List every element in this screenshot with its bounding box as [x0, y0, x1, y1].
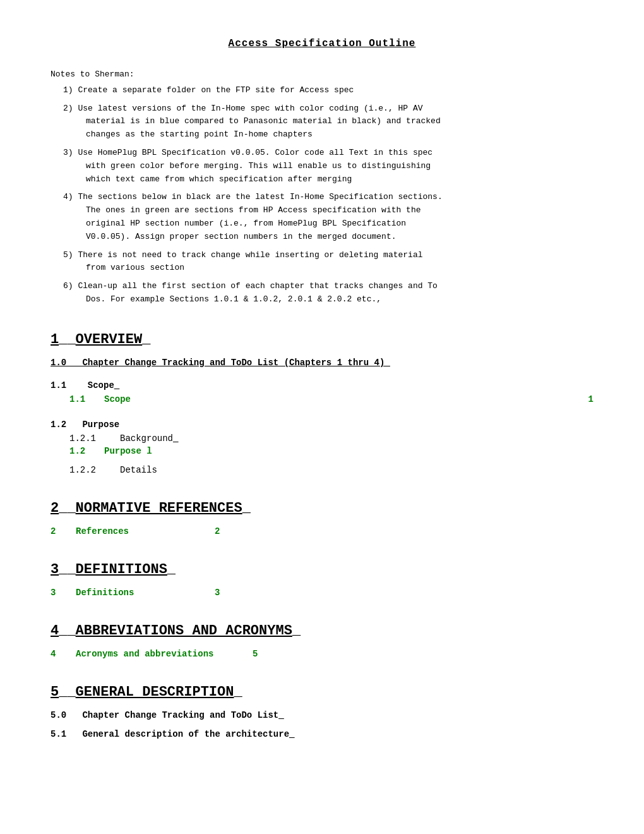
note-continuation-4b: original HP section number (i.e., from H…: [86, 217, 593, 231]
section-3-trail: _: [167, 562, 176, 577]
note-number-2: 2): [63, 104, 73, 113]
section-2-heading: 2__NORMATIVE REFERENCES_: [51, 500, 593, 516]
note-item-2: 2) Use latest versions of the In-Home sp…: [63, 102, 593, 142]
note-item-1: 1) Create a separate folder on the FTP s…: [63, 84, 593, 97]
notes-section: Notes to Sherman: 1) Create a separate f…: [51, 68, 593, 306]
subsection-1-2: 1.2 Purpose: [51, 420, 593, 430]
section-2-number: 2: [51, 500, 59, 516]
section-1-underbar: __: [59, 332, 75, 348]
section-4-number: 4: [51, 623, 59, 639]
toc-3-num: 3: [51, 588, 76, 598]
toc-1-1-label: Scope: [104, 394, 582, 404]
toc-3: 3 Definitions 3: [51, 588, 593, 598]
toc-2: 2 References 2: [51, 526, 593, 536]
toc-1-1-num: 1.1: [69, 394, 104, 404]
toc-1-2-green-label: Purpose l: [104, 446, 593, 456]
toc-2-label: References: [76, 526, 215, 536]
section-5-number: 5: [51, 684, 59, 700]
subsection-1-1: 1.1 Scope_: [51, 380, 593, 390]
section-5-underbar: __: [59, 684, 75, 700]
section-1-trail: _: [142, 332, 150, 348]
toc-1-2-green: 1.2 Purpose l: [69, 446, 593, 456]
note-text-1: Create a separate folder on the FTP site…: [78, 85, 354, 95]
note-text-3: Use HomePlug BPL Specification v0.0.05. …: [78, 148, 432, 157]
note-number-3: 3): [63, 148, 73, 157]
section-4-label: ABBREVIATIONS AND ACRONYMS: [76, 623, 292, 639]
section-1: 1__OVERVIEW_ 1.0 Chapter Change Tracking…: [51, 332, 593, 475]
toc-1-2-2-label: Details: [120, 465, 593, 475]
notes-header: Notes to Sherman:: [51, 68, 593, 82]
subsection-1-0: 1.0 Chapter Change Tracking and ToDo Lis…: [51, 358, 593, 368]
section-5-trail: _: [234, 684, 242, 700]
section-2-trail: _: [242, 500, 251, 516]
note-continuation-5a: from various section: [86, 262, 593, 275]
note-continuation-4c: V0.0.05). Assign proper section numbers …: [86, 231, 593, 244]
toc-1-2-green-num: 1.2: [69, 446, 104, 456]
section-1-label: OVERVIEW: [76, 332, 143, 348]
toc-1-2-2: 1.2.2 Details: [69, 465, 593, 475]
toc-1-1: 1.1 Scope 1: [69, 394, 593, 404]
toc-2-page: 2: [215, 526, 220, 536]
toc-1-2-1-num: 1.2.1: [69, 433, 120, 444]
toc-3-page: 3: [215, 588, 220, 598]
toc-1-1-page: 1: [588, 394, 593, 404]
section-3-label: DEFINITIONS: [76, 562, 167, 577]
note-continuation-6a: Dos. For example Sections 1.0.1 & 1.0.2,…: [86, 293, 593, 306]
toc-1-2-1: 1.2.1 Background_: [69, 433, 593, 444]
section-3-number: 3: [51, 562, 59, 577]
section-1-heading: 1__OVERVIEW_: [51, 332, 593, 348]
toc-4-label: Acronyms and abbreviations: [76, 649, 253, 659]
note-item-3: 3) Use HomePlug BPL Specification v0.0.0…: [63, 147, 593, 186]
section-3-heading: 3__DEFINITIONS_: [51, 562, 593, 577]
section-5: 5__GENERAL DESCRIPTION_ 5.0 Chapter Chan…: [51, 684, 593, 739]
toc-4: 4 Acronyms and abbreviations 5: [51, 649, 593, 659]
subsection-5-1: 5.1 General description of the architect…: [51, 729, 593, 739]
note-continuation-2b: changes as the starting point In-home ch…: [86, 128, 593, 142]
section-2-underbar: __: [59, 500, 75, 516]
toc-2-num: 2: [51, 526, 76, 536]
toc-4-page: 5: [253, 649, 258, 659]
toc-1-2-2-num: 1.2.2: [69, 465, 120, 475]
note-number-6: 6): [63, 281, 73, 291]
section-4-trail: _: [292, 623, 301, 639]
section-4-underbar: __: [59, 623, 75, 639]
note-number-4: 4): [63, 192, 73, 202]
section-2: 2__NORMATIVE REFERENCES_ 2 References 2: [51, 500, 593, 536]
note-number-5: 5): [63, 250, 73, 260]
subsection-5-0: 5.0 Chapter Change Tracking and ToDo Lis…: [51, 710, 593, 720]
note-item-6: 6) Clean-up all the first section of eac…: [63, 280, 593, 306]
section-3-underbar: __: [59, 562, 75, 577]
page-title: Access Specification Outline: [51, 38, 593, 49]
note-text-5: There is not need to track change while …: [78, 250, 422, 260]
note-continuation-4a: The ones in green are sections from HP A…: [86, 204, 593, 217]
section-5-label: GENERAL DESCRIPTION: [76, 684, 234, 700]
section-1-number: 1: [51, 332, 59, 348]
note-item-4: 4) The sections below in black are the l…: [63, 191, 593, 243]
section-2-label: NORMATIVE REFERENCES: [76, 500, 242, 516]
toc-4-num: 4: [51, 649, 76, 659]
section-4-heading: 4__ABBREVIATIONS AND ACRONYMS_: [51, 623, 593, 639]
toc-1-2-1-label: Background_: [120, 433, 593, 444]
section-5-heading: 5__GENERAL DESCRIPTION_: [51, 684, 593, 700]
note-continuation-2a: material is in blue compared to Panasoni…: [86, 115, 593, 128]
note-text-4: The sections below in black are the late…: [78, 192, 442, 202]
note-number-1: 1): [63, 85, 73, 95]
section-3: 3__DEFINITIONS_ 3 Definitions 3: [51, 562, 593, 598]
section-4: 4__ABBREVIATIONS AND ACRONYMS_ 4 Acronym…: [51, 623, 593, 659]
note-continuation-3b: which text came from which specification…: [86, 173, 593, 186]
toc-3-label: Definitions: [76, 588, 215, 598]
note-text-2: Use latest versions of the In-Home spec …: [78, 104, 422, 113]
note-text-6: Clean-up all the first section of each c…: [78, 281, 438, 291]
note-item-5: 5) There is not need to track change whi…: [63, 249, 593, 275]
note-continuation-3a: with green color before merging. This wi…: [86, 160, 593, 173]
